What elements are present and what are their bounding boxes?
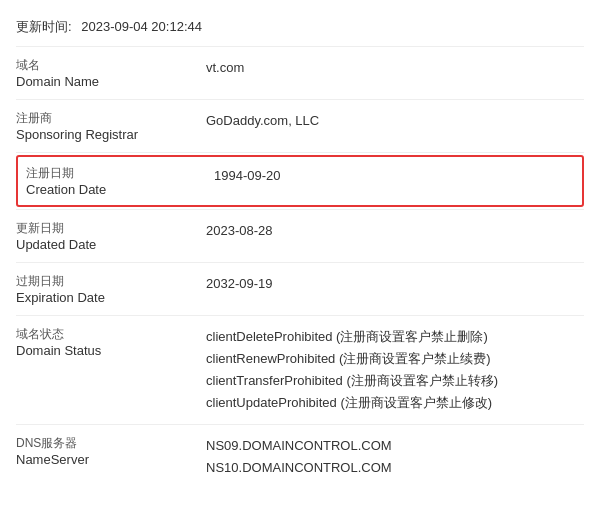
domain-status-row: 域名状态 Domain Status clientDeleteProhibite… bbox=[16, 316, 584, 425]
domain-name-value: vt.com bbox=[206, 57, 584, 79]
updated-date-row: 更新日期 Updated Date 2023-08-28 bbox=[16, 210, 584, 263]
creation-date-label-zh: 注册日期 bbox=[26, 165, 204, 182]
domain-status-label-en: Domain Status bbox=[16, 343, 196, 358]
domain-status-values: clientDeleteProhibited (注册商设置客户禁止删除)clie… bbox=[206, 326, 584, 414]
domain-name-label-col: 域名 Domain Name bbox=[16, 57, 206, 89]
creation-date-row: 注册日期 Creation Date 1994-09-20 bbox=[16, 153, 584, 210]
updated-date-value: 2023-08-28 bbox=[206, 220, 584, 242]
expiration-date-label-zh: 过期日期 bbox=[16, 273, 196, 290]
expiration-date-value: 2032-09-19 bbox=[206, 273, 584, 295]
update-time-value: 2023-09-04 20:12:44 bbox=[81, 19, 202, 34]
registrar-label-col: 注册商 Sponsoring Registrar bbox=[16, 110, 206, 142]
nameserver-label-zh: DNS服务器 bbox=[16, 435, 196, 452]
creation-date-highlighted: 注册日期 Creation Date 1994-09-20 bbox=[16, 155, 584, 207]
registrar-label-en: Sponsoring Registrar bbox=[16, 127, 196, 142]
creation-date-label-en: Creation Date bbox=[26, 182, 204, 197]
expiration-date-label-en: Expiration Date bbox=[16, 290, 196, 305]
expiration-date-label-col: 过期日期 Expiration Date bbox=[16, 273, 206, 305]
whois-container: 更新时间: 2023-09-04 20:12:44 域名 Domain Name… bbox=[0, 0, 600, 500]
update-time-row: 更新时间: 2023-09-04 20:12:44 bbox=[16, 10, 584, 47]
nameserver-item: NS10.DOMAINCONTROL.COM bbox=[206, 457, 584, 479]
domain-status-label-col: 域名状态 Domain Status bbox=[16, 326, 206, 358]
updated-date-label-col: 更新日期 Updated Date bbox=[16, 220, 206, 252]
nameserver-item: NS09.DOMAINCONTROL.COM bbox=[206, 435, 584, 457]
registrar-row: 注册商 Sponsoring Registrar GoDaddy.com, LL… bbox=[16, 100, 584, 153]
domain-name-row: 域名 Domain Name vt.com bbox=[16, 47, 584, 100]
creation-date-value: 1994-09-20 bbox=[214, 165, 576, 187]
updated-date-label-zh: 更新日期 bbox=[16, 220, 196, 237]
domain-name-label-en: Domain Name bbox=[16, 74, 196, 89]
nameserver-row: DNS服务器 NameServer NS09.DOMAINCONTROL.COM… bbox=[16, 425, 584, 489]
domain-status-item: clientUpdateProhibited (注册商设置客户禁止修改) bbox=[206, 392, 584, 414]
nameserver-label-col: DNS服务器 NameServer bbox=[16, 435, 206, 467]
domain-name-label-zh: 域名 bbox=[16, 57, 196, 74]
creation-date-label-col: 注册日期 Creation Date bbox=[24, 165, 214, 197]
registrar-label-zh: 注册商 bbox=[16, 110, 196, 127]
domain-status-item: clientRenewProhibited (注册商设置客户禁止续费) bbox=[206, 348, 584, 370]
registrar-value: GoDaddy.com, LLC bbox=[206, 110, 584, 132]
nameserver-label-en: NameServer bbox=[16, 452, 196, 467]
update-time-label: 更新时间: bbox=[16, 19, 72, 34]
domain-status-label-zh: 域名状态 bbox=[16, 326, 196, 343]
domain-status-item: clientTransferProhibited (注册商设置客户禁止转移) bbox=[206, 370, 584, 392]
nameserver-values: NS09.DOMAINCONTROL.COMNS10.DOMAINCONTROL… bbox=[206, 435, 584, 479]
expiration-date-row: 过期日期 Expiration Date 2032-09-19 bbox=[16, 263, 584, 316]
updated-date-label-en: Updated Date bbox=[16, 237, 196, 252]
domain-status-item: clientDeleteProhibited (注册商设置客户禁止删除) bbox=[206, 326, 584, 348]
